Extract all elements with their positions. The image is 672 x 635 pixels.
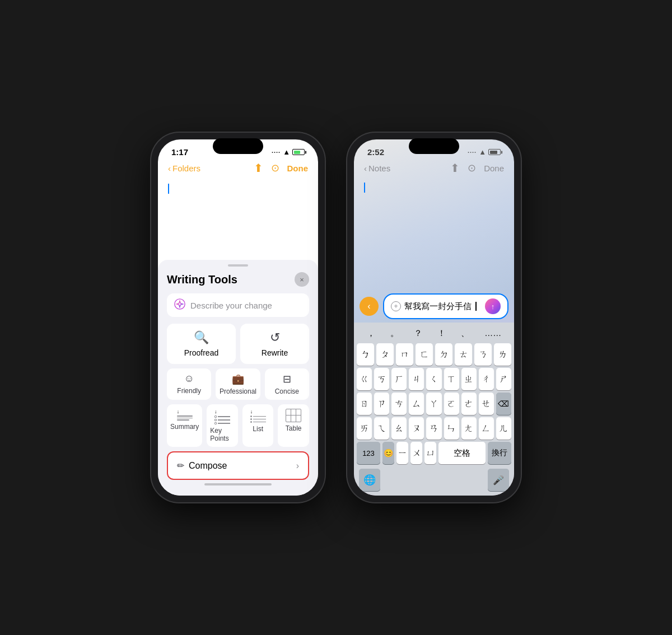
compose-label: Compose [189,461,227,471]
send-button[interactable]: ↑ [485,298,501,314]
chevron-left-icon-3: ‹ [367,301,370,311]
proofread-button[interactable]: 🔍 Proofread [167,324,236,364]
kb-key-l[interactable]: ㄌ [494,343,511,366]
kb-pause[interactable]: 、 [458,327,473,340]
kb-key-x[interactable]: ㄒ [444,368,459,390]
kb-key-f[interactable]: ㄈ [416,343,433,366]
kb-key-z[interactable]: ㄗ [374,393,389,415]
kb-key-p[interactable]: ㄆ [376,343,394,366]
text-cursor-2 [364,183,365,193]
compose-button[interactable]: ✏ Compose › [167,451,309,480]
list-button[interactable]: ↓ List [242,404,274,447]
kb-comma[interactable]: ， [363,327,379,340]
kb-key-j[interactable]: ㄐ [409,368,424,390]
more-icon-1[interactable]: ⊙ [271,162,279,174]
kb-key-o[interactable]: ㄛ [444,393,459,415]
nav-actions-1: ⬆ ⊙ Done [254,161,309,175]
kb-key-wu[interactable]: ㄨ [410,442,422,464]
phone-writing-tools: 1:17 ···· ▲ ‹ Folders ⬆ ⊙ Do [151,133,325,502]
kb-key-q[interactable]: ㄑ [426,368,441,390]
kb-key-sh[interactable]: ㄕ [496,368,511,390]
kb-key-ang[interactable]: ㄤ [461,417,477,440]
wifi-icon-1: ▲ [283,148,290,156]
key-points-button[interactable]: ↓ Key Points [207,404,238,447]
kb-key-ou[interactable]: ㄡ [409,417,424,440]
battery-icon-1 [292,149,305,155]
kb-key-a[interactable]: ㄚ [426,393,441,415]
kb-key-b[interactable]: ㄅ [357,343,374,366]
kb-ellipsis[interactable]: …… [481,327,505,340]
kb-key-eng[interactable]: ㄥ [479,417,494,440]
kb-key-er[interactable]: ㄦ [496,417,511,440]
kb-special-row: ， 。 ？ ！ 、 …… [356,326,512,341]
kb-key-g[interactable]: ㄍ [357,368,372,390]
summary-button[interactable]: ↓ Summary [167,404,202,447]
note-area-1[interactable] [158,179,318,260]
mic-button[interactable]: 🎤 [488,469,509,491]
kb-return[interactable]: 換行 [488,442,511,464]
kb-question[interactable]: ？ [410,327,426,340]
kb-bottom: 🌐 🎤 [356,466,512,493]
signal-icon-2: ···· [468,149,477,156]
nav-back-1[interactable]: ‹ Folders [168,164,200,173]
done-button-2[interactable]: Done [484,164,504,173]
note-area-2[interactable] [354,179,514,290]
back-circle-button[interactable]: ‹ [360,297,379,316]
kb-key-ao[interactable]: ㄠ [391,417,407,440]
nav-back-2[interactable]: ‹ Notes [364,164,390,173]
status-icons-1: ···· ▲ [272,148,305,156]
kb-key-en[interactable]: ㄣ [444,417,459,440]
kb-key-yu[interactable]: ㄩ [424,442,436,464]
kb-key-r[interactable]: ㄖ [357,393,372,415]
phone-notes: 2:52 ···· ▲ ‹ Notes ⬆ ⊙ Done [347,133,521,502]
search-bar[interactable]: Describe your change [167,293,309,317]
nav-actions-2: ⬆ ⊙ Done [450,161,504,175]
ai-input-field[interactable]: + 幫我寫一封分手信 ↑ [383,293,508,319]
list-label: List [253,425,263,433]
kb-key-n[interactable]: ㄋ [474,343,492,366]
search-placeholder: Describe your change [190,301,272,310]
kb-key-k[interactable]: ㄎ [374,368,389,390]
share-icon-1[interactable]: ⬆ [254,161,263,175]
done-button-1[interactable]: Done [287,164,309,173]
kb-key-an[interactable]: ㄢ [426,417,441,440]
more-icon-2[interactable]: ⊙ [468,162,476,174]
send-icon: ↑ [491,302,495,311]
concise-button[interactable]: ⊟ Concise [265,368,309,400]
kb-key-ei[interactable]: ㄟ [374,417,389,440]
kb-key-zh[interactable]: ㄓ [461,368,477,390]
friendly-button[interactable]: ☺ Friendly [167,368,211,400]
kb-key-s[interactable]: ㄙ [409,393,424,415]
kb-num[interactable]: 123 [357,442,380,464]
kb-key-d[interactable]: ㄉ [435,343,452,366]
close-button[interactable]: × [295,272,309,287]
rewrite-button[interactable]: ↺ Rewrite [240,324,309,364]
add-icon[interactable]: + [391,301,401,311]
globe-button[interactable]: 🌐 [359,469,380,491]
panel-handle [228,264,248,267]
tools-row-1: 🔍 Proofread ↺ Rewrite [167,324,309,364]
chevron-left-icon-2: ‹ [364,164,367,173]
list-icon: ↓ [250,409,266,423]
proofread-label: Proofread [184,348,218,357]
tools-row-2: ☺ Friendly 💼 Professional ⊟ Concise [167,368,309,400]
kb-key-m[interactable]: ㄇ [396,343,413,366]
panel-header: Writing Tools × [167,272,309,287]
kb-key-e[interactable]: ㄜ [461,393,477,415]
table-button[interactable]: Table [278,404,309,447]
kb-key-eh[interactable]: ㄝ [479,393,494,415]
kb-key-c[interactable]: ㄘ [391,393,407,415]
kb-key-ai[interactable]: ㄞ [357,417,372,440]
pencil-icon: ✏ [177,460,184,471]
kb-key-t[interactable]: ㄊ [455,343,472,366]
kb-period[interactable]: 。 [387,327,402,340]
kb-key-ch[interactable]: ㄔ [479,368,494,390]
professional-button[interactable]: 💼 Professional [216,368,260,400]
kb-delete[interactable]: ⌫ [496,393,511,415]
kb-space[interactable]: 空格 [438,442,486,464]
kb-key-h[interactable]: ㄏ [391,368,407,390]
kb-key-yi[interactable]: ㄧ [396,442,408,464]
share-icon-2[interactable]: ⬆ [450,161,460,175]
kb-exclaim[interactable]: ！ [434,327,449,340]
kb-emoji[interactable]: 😊 [382,442,394,464]
